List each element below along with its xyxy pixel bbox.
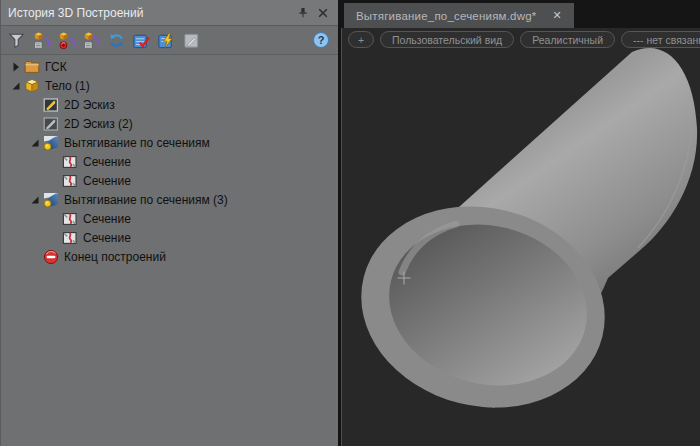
move-up-operation-icon[interactable] [80, 29, 103, 52]
tree-item-label: 2D Эскиз (2) [64, 116, 133, 132]
document-tabbar: Вытягивание_по_сечениям.dwg* ✕ [338, 0, 700, 28]
history-tree: ГСКТело (1)2D Эскиз2D Эскиз (2)Вытягиван… [1, 55, 338, 446]
section-icon [62, 154, 78, 170]
viewport-controls: +Пользовательский видРеалистичный--- нет… [348, 31, 700, 48]
section-icon [62, 211, 78, 227]
visual-style-button[interactable]: Реалистичный [520, 31, 615, 48]
view-preset-button[interactable]: Пользовательский вид [380, 31, 514, 48]
tree-item[interactable]: Сечение [1, 152, 338, 171]
tab-close-icon[interactable]: ✕ [552, 10, 561, 21]
add-operation-icon[interactable] [30, 29, 53, 52]
folder-icon [24, 59, 40, 75]
panel-title: История 3D Построений [8, 6, 291, 20]
panel-titlebar[interactable]: История 3D Построений [1, 0, 338, 26]
section-icon [62, 230, 78, 246]
twisty-spacer [45, 154, 62, 170]
tree-item-label: Вытягивание по сечениям [64, 135, 210, 151]
chevron-expanded-icon[interactable] [26, 135, 43, 151]
properties-icon[interactable] [180, 29, 203, 52]
twisty-spacer [45, 230, 62, 246]
application-window: История 3D Построений ? ГСКТело (1)2D Эс… [0, 0, 700, 446]
tree-item-label: Сечение [83, 173, 131, 189]
cylinder-model[interactable] [342, 28, 700, 446]
document-area: Вытягивание_по_сечениям.dwg* ✕ +Пользова… [338, 0, 700, 446]
twisty-spacer [26, 97, 43, 113]
help-icon[interactable]: ? [313, 32, 329, 48]
tree-item[interactable]: Тело (1) [1, 76, 338, 95]
tree-item[interactable]: Вытягивание по сечениям [1, 133, 338, 152]
regen-lightning-icon[interactable] [155, 29, 178, 52]
chevron-right-icon[interactable] [7, 59, 24, 75]
twisty-spacer [26, 116, 43, 132]
tree-item[interactable]: 2D Эскиз [1, 95, 338, 114]
tree-item-label: ГСК [45, 59, 67, 75]
tree-item[interactable]: 2D Эскиз (2) [1, 114, 338, 133]
loft-icon [43, 192, 59, 208]
chevron-expanded-icon[interactable] [7, 78, 24, 94]
close-icon[interactable] [315, 5, 331, 21]
body-icon [24, 78, 40, 94]
document-tab[interactable]: Вытягивание_по_сечениям.dwg* ✕ [344, 3, 574, 28]
history-toolbar: ? [1, 26, 338, 55]
tree-item[interactable]: Сечение [1, 209, 338, 228]
filter-icon[interactable] [5, 29, 28, 52]
tab-label: Вытягивание_по_сечениям.dwg* [356, 10, 536, 22]
refresh-icon[interactable] [105, 29, 128, 52]
tree-item[interactable]: Сечение [1, 171, 338, 190]
tree-item-label: Сечение [83, 230, 131, 246]
end-icon [43, 249, 59, 265]
sketch-gray-icon [43, 116, 59, 132]
tree-item-label: Сечение [83, 211, 131, 227]
history-panel: История 3D Построений ? ГСКТело (1)2D Эс… [0, 0, 338, 446]
tree-item-label: Конец построений [64, 249, 166, 265]
link-status-button[interactable]: --- нет связанн [621, 31, 700, 48]
tree-item[interactable]: ГСК [1, 57, 338, 76]
3d-viewport[interactable]: +Пользовательский видРеалистичный--- нет… [341, 28, 700, 446]
pin-icon[interactable] [295, 5, 311, 21]
tree-item[interactable]: Конец построений [1, 247, 338, 266]
section-icon [62, 173, 78, 189]
chevron-expanded-icon[interactable] [26, 192, 43, 208]
tree-item[interactable]: Сечение [1, 228, 338, 247]
sketch-icon [43, 97, 59, 113]
tree-item-label: 2D Эскиз [64, 97, 115, 113]
loft-icon [43, 135, 59, 151]
tree-item-label: Сечение [83, 154, 131, 170]
twisty-spacer [26, 249, 43, 265]
twisty-spacer [45, 173, 62, 189]
tree-item-label: Вытягивание по сечениям (3) [64, 192, 228, 208]
tree-item-label: Тело (1) [45, 78, 90, 94]
record-operation-icon[interactable] [55, 29, 78, 52]
update-check-icon[interactable] [130, 29, 153, 52]
viewport-plus-button[interactable]: + [348, 31, 374, 48]
tree-item[interactable]: Вытягивание по сечениям (3) [1, 190, 338, 209]
twisty-spacer [45, 211, 62, 227]
